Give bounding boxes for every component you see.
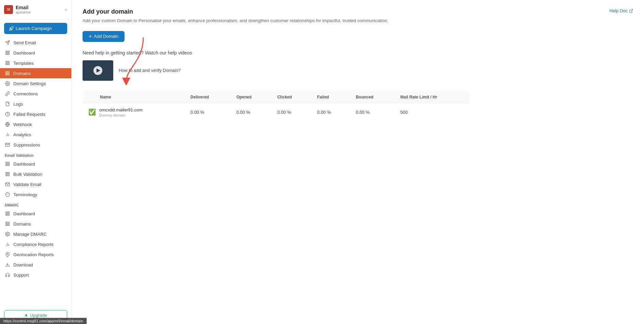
domains-icon [5, 71, 10, 76]
sidebar-item-domain-settings[interactable]: Domain Settings [0, 78, 71, 89]
domain-clicked: 0.00 % [272, 103, 312, 121]
dashboard-icon [5, 50, 10, 56]
svg-rect-5 [6, 53, 7, 55]
sidebar-item-webhook[interactable]: Webhook [0, 119, 71, 129]
domain-name: omcxdd.mailer91.com [99, 107, 143, 112]
svg-rect-13 [6, 74, 7, 75]
send-icon [5, 40, 10, 45]
svg-point-40 [7, 233, 8, 235]
sidebar-item-label: Manage DMARC [13, 232, 47, 237]
launch-campaign-label: Launch Campaign [16, 26, 52, 31]
sidebar-item-connections[interactable]: Connections [0, 89, 71, 99]
connections-icon [5, 91, 10, 96]
sidebar-item-failed-requests[interactable]: Failed Requests [0, 109, 71, 119]
settings-icon [5, 81, 10, 86]
sidebar-item-dmarc-domains[interactable]: Domains [0, 219, 71, 229]
webhook-icon [5, 122, 10, 127]
analytics-icon [5, 132, 10, 137]
svg-rect-23 [8, 164, 9, 166]
sidebar-item-terminology[interactable]: Terminology [0, 189, 71, 200]
svg-rect-12 [8, 74, 9, 75]
sidebar-item-label: Support [13, 273, 29, 278]
status-bar: https://control.msg91.com/app/m/l/email/… [0, 318, 87, 324]
sidebar-item-label: Templates [13, 61, 33, 66]
svg-rect-24 [6, 164, 7, 166]
play-button[interactable] [93, 66, 102, 75]
col-header-failed: Failed [312, 91, 350, 103]
svg-rect-36 [6, 222, 7, 223]
failed-requests-icon [5, 111, 10, 117]
sidebar-item-compliance-reports[interactable]: Compliance Reports [0, 239, 71, 249]
sidebar-item-validate-email[interactable]: Validate Email [0, 179, 71, 189]
col-header-clicked: Clicked [272, 91, 312, 103]
sidebar-item-templates[interactable]: Templates [0, 58, 71, 68]
upgrade-label: Upgrade [30, 313, 47, 318]
svg-rect-35 [6, 214, 7, 215]
help-doc-link[interactable]: Help Doc [610, 8, 633, 13]
main-content: Add your domain Add your custom Domain t… [72, 0, 481, 130]
video-thumbnail[interactable] [83, 60, 113, 81]
video-label: How to add and verify Domain? [119, 68, 180, 73]
sidebar-item-label: Download [13, 262, 33, 267]
col-header-bounced: Bounced [350, 91, 395, 103]
svg-rect-2 [6, 51, 7, 52]
sidebar-item-label: Send Email [13, 40, 36, 45]
collapse-button[interactable]: « [64, 7, 67, 12]
svg-rect-10 [6, 72, 7, 73]
svg-rect-8 [8, 63, 9, 65]
sidebar-item-logs[interactable]: Logs [0, 99, 71, 109]
sidebar-item-label: Domains [13, 71, 31, 76]
add-domain-button[interactable]: + Add Domain [83, 31, 125, 42]
brand-icon: ✉ [4, 5, 13, 14]
sidebar-item-label: Logs [13, 102, 23, 107]
email-validation-section-label: Email Validation [0, 150, 71, 159]
page-description: Add your custom Domain to Personalise yo… [83, 17, 470, 24]
svg-rect-9 [6, 63, 7, 65]
brand-subtitle: apixdrive [16, 10, 31, 14]
domain-opened: 0.00 % [231, 103, 272, 121]
sidebar-item-label: Dashboard [13, 50, 35, 56]
domain-failed: 0.00 % [312, 103, 350, 121]
validate-email-icon [5, 182, 10, 187]
sidebar-item-manage-dmarc[interactable]: Manage DMARC [0, 229, 71, 239]
help-title: Need help in getting started? Watch our … [83, 50, 470, 56]
sidebar-item-dmarc-dashboard[interactable]: Dashboard [0, 209, 71, 219]
status-url: https://control.msg91.com/app/m/l/email/… [3, 319, 83, 323]
svg-rect-11 [8, 72, 9, 73]
sidebar-header: ✉ Email apixdrive « [0, 0, 71, 19]
svg-point-44 [7, 253, 8, 255]
play-triangle-icon [97, 68, 100, 73]
verified-icon: ✅ [88, 108, 96, 116]
col-header-name: Name [83, 91, 185, 103]
logs-icon [5, 101, 10, 107]
svg-point-14 [7, 83, 8, 84]
bulk-validation-icon [5, 171, 10, 177]
help-video-row: How to add and verify Domain? [83, 60, 470, 81]
sidebar-item-dashboard[interactable]: Dashboard [0, 48, 71, 58]
sidebar-item-ev-dashboard[interactable]: Dashboard [0, 159, 71, 169]
launch-campaign-button[interactable]: Launch Campaign [4, 23, 67, 34]
templates-icon [5, 60, 10, 66]
sidebar-item-bulk-validation[interactable]: Bulk Validation [0, 169, 71, 179]
sidebar-item-label: Bulk Validation [13, 172, 42, 177]
sidebar-item-download[interactable]: Download [0, 260, 71, 270]
sidebar-item-label: Dashboard [13, 161, 35, 167]
sidebar-item-geolocation-reports[interactable]: Geolocation Reports [0, 249, 71, 260]
dmarc-section-label: DMARC [0, 200, 71, 209]
svg-rect-39 [6, 224, 7, 226]
sidebar-item-domains[interactable]: Domains [0, 68, 71, 78]
svg-rect-38 [8, 224, 9, 226]
add-domain-label: Add Domain [94, 34, 118, 39]
domain-subtitle: Dummy domain [99, 113, 143, 117]
svg-rect-3 [8, 51, 9, 52]
svg-rect-37 [8, 222, 9, 223]
star-icon: ★ [24, 313, 28, 318]
sidebar-item-send-email[interactable]: Send Email [0, 37, 71, 48]
sidebar-item-analytics[interactable]: Analytics [0, 129, 71, 140]
page-title: Add your domain [83, 8, 470, 15]
svg-rect-6 [6, 61, 7, 63]
sidebar-item-label: Failed Requests [13, 112, 45, 117]
sidebar-item-support[interactable]: Support [0, 270, 71, 280]
sidebar-item-suppressions[interactable]: Suppressions [0, 140, 71, 150]
help-doc-label: Help Doc [610, 8, 628, 13]
